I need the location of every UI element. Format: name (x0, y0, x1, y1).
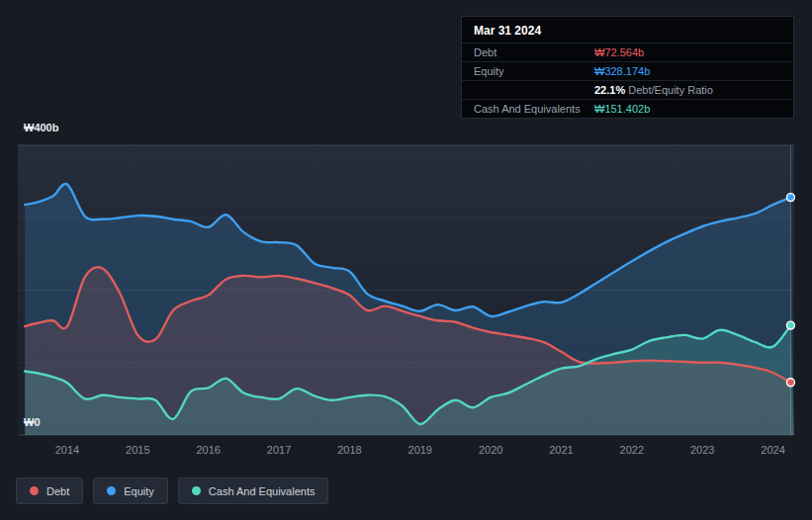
legend-item-cash[interactable]: Cash And Equivalents (178, 477, 329, 504)
legend-item-debt[interactable]: Debt (16, 477, 83, 504)
legend: Debt Equity Cash And Equivalents (16, 477, 328, 504)
cash-legend-label: Cash And Equivalents (209, 485, 316, 497)
tooltip-ratio-value: 22.1% Debt/Equity Ratio (594, 84, 713, 96)
y-axis-label-zero: ₩0 (24, 416, 41, 428)
x-tick-2023: 2023 (690, 444, 714, 456)
debt-legend-label: Debt (46, 485, 69, 497)
tooltip-ratio-percent: 22.1% (594, 84, 625, 96)
tooltip-debt-value: ₩72.564b (594, 46, 644, 58)
x-tick-2022: 2022 (620, 444, 644, 456)
y-axis-label-max: ₩400b (24, 122, 58, 133)
tooltip-date: Mar 31 2024 (462, 17, 793, 43)
equity-legend-dot (107, 486, 116, 495)
tooltip: Mar 31 2024 Debt ₩72.564b Equity ₩328.17… (461, 16, 794, 119)
cash-legend-dot (192, 486, 201, 495)
tooltip-equity-value: ₩328.174b (594, 65, 650, 77)
x-tick-2020: 2020 (479, 444, 502, 456)
x-tick-2015: 2015 (126, 444, 149, 456)
equity-legend-label: Equity (124, 485, 154, 497)
legend-item-equity[interactable]: Equity (93, 477, 168, 504)
tooltip-row-cash: Cash And Equivalents ₩151.402b (462, 99, 793, 118)
debt-equity-history-panel: 2014201520162017201820192020202120222023… (0, 0, 812, 520)
tooltip-cash-label: Cash And Equivalents (474, 103, 594, 115)
debt-endpoint-marker[interactable] (786, 379, 794, 387)
x-tick-2017: 2017 (267, 444, 291, 456)
tooltip-row-debt: Debt ₩72.564b (462, 43, 793, 61)
cash-endpoint-marker[interactable] (786, 321, 794, 329)
tooltip-equity-label: Equity (474, 65, 594, 77)
tooltip-row-ratio: 22.1% Debt/Equity Ratio (462, 80, 793, 99)
x-tick-2021: 2021 (549, 444, 573, 456)
equity-endpoint-marker[interactable] (786, 194, 794, 202)
x-tick-2014: 2014 (55, 444, 79, 456)
x-tick-2018: 2018 (337, 444, 361, 456)
tooltip-debt-label: Debt (474, 46, 594, 58)
x-tick-2019: 2019 (408, 444, 432, 456)
tooltip-cash-value: ₩151.402b (594, 103, 650, 115)
x-tick-2024: 2024 (761, 444, 784, 456)
debt-legend-dot (30, 486, 39, 495)
tooltip-row-equity: Equity ₩328.174b (462, 61, 793, 80)
tooltip-ratio-label: Debt/Equity Ratio (628, 84, 713, 96)
x-tick-2016: 2016 (196, 444, 220, 456)
